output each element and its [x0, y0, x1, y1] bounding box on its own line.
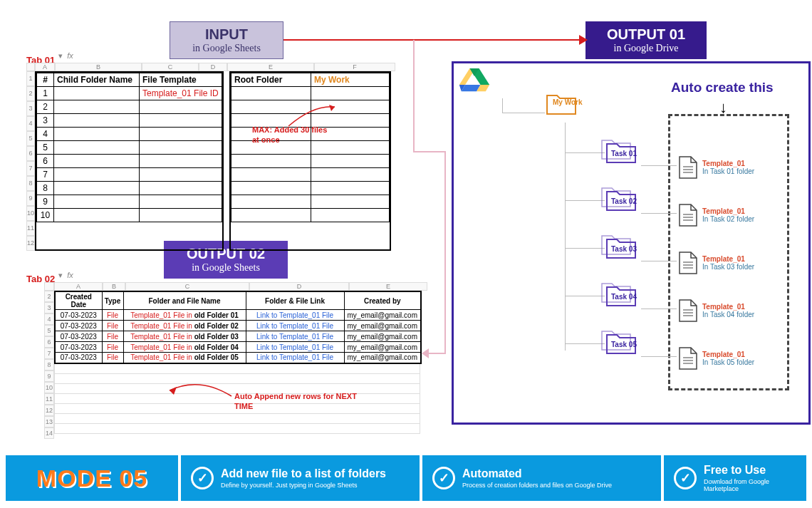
file-icon: [678, 346, 698, 370]
folder-task-back: [600, 184, 632, 209]
input-label-small: in Google Sheets: [183, 43, 270, 54]
folder-task-back: [600, 232, 632, 257]
file-item: Template_01In Task 03 folder: [678, 251, 754, 275]
pink-arrow-h2: [426, 353, 446, 354]
tbl2-row-gutter: 234567891011121314: [44, 291, 54, 439]
feature-2: AutomatedProcess of creation folders and…: [422, 455, 661, 501]
curved-arrow-mywork: [285, 101, 342, 130]
output1-label-big: OUTPUT 01: [599, 26, 693, 43]
input-label-box: INPUT in Google Sheets: [170, 21, 283, 59]
autocreate-label: Auto create this: [671, 80, 774, 95]
pink-arrow-v2: [444, 151, 446, 353]
formula-bar-2: ▾ fx: [58, 271, 73, 280]
arrow-input-to-output1: [283, 39, 579, 41]
folder-mywork-label: My Work: [553, 98, 583, 106]
input-spreadsheet: A B C D E F 123456789101112 #Child Folde…: [26, 63, 395, 251]
pink-arrow-v1: [413, 40, 415, 151]
file-icon: [678, 203, 698, 227]
bottom-banner: MODE 05 Add new file to a list of folder…: [6, 455, 806, 501]
input-label-big: INPUT: [183, 26, 270, 43]
check-icon: [191, 467, 214, 489]
tbl1-col-headers: A B C D E F: [26, 63, 395, 71]
output2-spreadsheet: A B C D E 234567891011121314 Created Dat…: [44, 282, 427, 439]
tbl2-table: Created DateTypeFolder and File NameFold…: [54, 291, 422, 364]
output2-label-small: in Google Sheets: [177, 262, 274, 274]
arrow-head-right: [579, 35, 588, 45]
output1-label-small: in Google Drive: [599, 43, 693, 54]
file-item: Template_01In Task 05 folder: [678, 346, 754, 370]
file-icon: [678, 155, 698, 180]
file-item: Template_01In Task 04 folder: [678, 299, 754, 323]
feature-3: Free to UseDownload from Google Marketpl…: [664, 455, 806, 501]
file-item: Template_01In Task 02 folder: [678, 203, 754, 227]
check-icon: [674, 467, 697, 489]
tbl2-col-headers: A B C D E: [44, 282, 427, 291]
output1-label-box: OUTPUT 01 in Google Drive: [585, 21, 707, 59]
folder-task-back: [600, 279, 632, 305]
folder-task-back: [600, 327, 632, 353]
annotation-auto-append: Auto Append new rows for NEXT TIME: [234, 391, 363, 412]
file-item: Template_01In Task 01 folder: [678, 155, 754, 180]
pink-arrow-h1: [413, 151, 446, 152]
curved-arrow-append: [164, 369, 235, 401]
folder-task-back: [600, 136, 632, 162]
tbl1-right-block: Root FolderMy Work: [229, 71, 391, 251]
check-icon: [432, 467, 455, 489]
formula-bar-1: ▾ fx: [58, 51, 73, 61]
file-icon: [678, 251, 698, 275]
file-icon: [678, 299, 698, 323]
feature-1: Add new file to a list of foldersDefine …: [181, 455, 420, 501]
mode-badge: MODE 05: [6, 455, 178, 501]
tbl1-row-gutter: 123456789101112: [26, 71, 35, 251]
google-drive-icon: [459, 68, 490, 95]
tbl1-left-block: #Child Folder NameFile Template 1Templat…: [35, 71, 224, 251]
